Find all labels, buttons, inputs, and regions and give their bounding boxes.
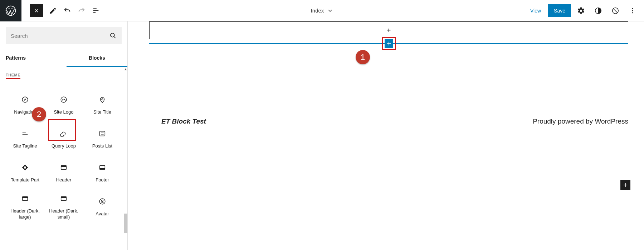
svg-rect-16 [100,168,105,170]
list-view-icon[interactable] [89,4,102,17]
postslist-icon [98,129,106,138]
block-label: Header (Dark, small) [46,208,82,220]
template-title[interactable]: Index [311,8,333,14]
block-item-header-dark-large-[interactable]: Header (Dark, large) [6,190,44,224]
sitelogo-icon [60,95,68,104]
header-icon [60,194,68,203]
template-name-label: Index [311,8,324,14]
block-label: Template Part [11,177,39,183]
svg-rect-12 [24,167,26,169]
block-label: Site Logo [54,109,74,115]
loop-icon [60,129,68,138]
section-title-theme: THEME [6,73,20,79]
svg-point-8 [25,99,25,100]
search-icon [109,32,117,39]
insert-block-button[interactable] [385,39,393,48]
save-button[interactable]: Save [548,4,571,17]
footer-icon [98,163,106,172]
block-item-query-loop[interactable]: Query Loop [44,122,83,156]
view-link[interactable]: View [526,5,545,16]
search-input[interactable] [11,33,109,39]
wordpress-logo[interactable] [0,0,21,21]
empty-block-placeholder[interactable]: + [149,21,628,39]
block-label: Footer [96,177,109,183]
inserter-tabs: Patterns Blocks [0,50,127,67]
block-label: Query Loop [52,143,76,149]
block-label: Site Title [93,109,111,115]
compass-icon [21,95,29,104]
scroll-up-icon[interactable] [123,67,127,71]
block-grid: NavigationSite LogoSite TitleSite Taglin… [6,88,122,224]
svg-point-3 [632,8,633,9]
scrollbar-thumb[interactable] [124,214,127,233]
block-item-site-title[interactable]: Site Title [83,88,122,122]
svg-rect-18 [23,197,28,198]
wordpress-link[interactable]: WordPress [595,118,628,125]
block-item-template-part[interactable]: Template Part [6,156,44,190]
edit-tool-icon[interactable] [47,4,59,17]
block-item-header[interactable]: Header [44,156,83,190]
annotation-badge-2: 2 [32,107,46,121]
no-title-icon[interactable] [609,4,622,17]
svg-rect-11 [100,131,105,136]
more-options-icon[interactable] [626,4,639,17]
plus-icon: + [387,26,391,35]
block-item-site-tagline[interactable]: Site Tagline [6,122,44,156]
redo-icon [75,4,88,17]
block-label: Header [56,177,72,183]
block-insertion-line [149,43,628,44]
floating-add-button[interactable] [620,180,630,190]
block-label: Avatar [96,211,109,217]
svg-point-5 [632,12,633,13]
site-credit: Proudly powered by WordPress [533,118,628,125]
svg-point-9 [61,97,67,103]
block-label: Site Tagline [13,143,37,149]
site-title-link[interactable]: ET Block Test [161,118,206,125]
block-label: Header (Dark, large) [7,208,43,220]
pin-icon [98,95,106,104]
tab-blocks[interactable]: Blocks [67,50,127,67]
tpart-icon [21,163,29,172]
close-inserter-button[interactable] [30,4,43,17]
block-inserter-panel: Patterns Blocks THEME NavigationSite Log… [0,21,128,250]
annotation-badge-1: 1 [356,50,370,64]
search-field-wrap [6,27,122,44]
svg-point-10 [102,99,103,100]
topbar-right: View Save [526,4,644,17]
editor-canvas: + ET Block Test Proudly powered by WordP… [128,21,644,250]
block-item-header-dark-small-[interactable]: Header (Dark, small) [44,190,83,224]
chevron-down-icon [327,8,333,14]
header-icon [60,163,68,172]
block-label: Posts List [92,143,112,149]
settings-icon[interactable] [575,4,587,17]
editor-topbar: Index View Save [0,0,644,21]
svg-rect-14 [61,166,67,167]
svg-rect-20 [61,197,67,198]
block-item-footer[interactable]: Footer [83,156,122,190]
block-item-avatar[interactable]: Avatar [83,190,122,224]
svg-point-4 [632,10,633,11]
site-footer: ET Block Test Proudly powered by WordPre… [161,118,628,125]
tagline-icon [21,129,29,138]
block-item-site-logo[interactable]: Site Logo [44,88,83,122]
svg-point-6 [111,33,114,37]
styles-icon[interactable] [592,4,605,17]
avatar-icon [98,197,106,206]
inserter-body: THEME NavigationSite LogoSite TitleSite … [0,67,127,250]
header-icon [21,194,29,203]
tab-patterns[interactable]: Patterns [0,50,67,67]
block-item-posts-list[interactable]: Posts List [83,122,122,156]
credit-prefix: Proudly powered by [533,118,595,125]
svg-point-22 [102,200,103,202]
undo-icon[interactable] [61,4,74,17]
